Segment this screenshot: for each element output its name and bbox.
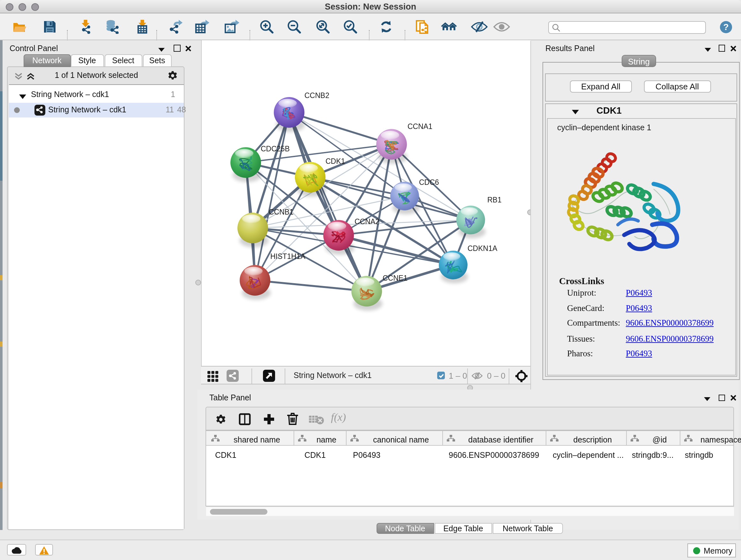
svg-text:CCNA2: CCNA2 (354, 217, 380, 226)
svg-text:CDC6: CDC6 (419, 178, 439, 186)
svg-text:CDKN1A: CDKN1A (468, 244, 497, 252)
svg-text:CDC25B: CDC25B (261, 144, 290, 152)
svg-text:CCNA1: CCNA1 (408, 122, 432, 130)
svg-text:CCNE1: CCNE1 (383, 273, 408, 282)
svg-text:RB1: RB1 (487, 195, 502, 204)
svg-text:CCNB1: CCNB1 (269, 207, 293, 216)
svg-text:HIST1H1A: HIST1H1A (270, 252, 306, 260)
svg-text:CDK1: CDK1 (326, 157, 345, 165)
svg-text:CCNB2: CCNB2 (305, 91, 329, 99)
